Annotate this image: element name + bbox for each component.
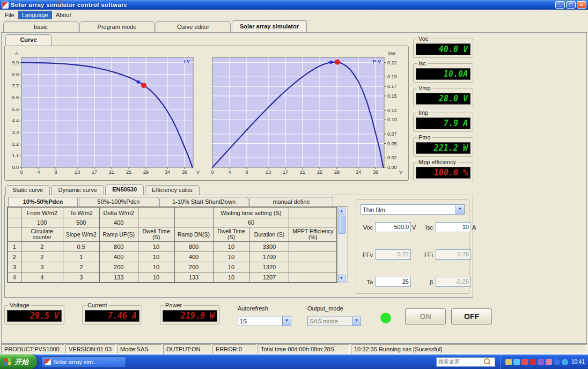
table-cell[interactable]: 2 <box>21 252 63 262</box>
menu-about[interactable]: About <box>52 11 75 19</box>
table-cell[interactable]: 10 <box>138 272 174 283</box>
table-cell[interactable]: 200 <box>174 262 213 272</box>
tray-icon[interactable] <box>505 359 512 365</box>
col-dwell-2: Dwell Time (S) <box>213 227 249 242</box>
chevron-down-icon[interactable]: ▼ <box>455 205 464 214</box>
start-button-label: 开始 <box>14 357 28 367</box>
svg-text:25: 25 <box>126 169 131 175</box>
tab-curve-editor[interactable]: Curve editor <box>156 21 231 32</box>
voc-groupbox: Voc 40.0 V <box>413 39 473 58</box>
voltage-display: 29.5 V <box>7 310 62 322</box>
svg-text:0.15: 0.15 <box>387 93 397 99</box>
table-row: 22140010400101700 <box>8 252 337 262</box>
table-cell[interactable]: 2 <box>63 262 99 272</box>
output-status-indicator <box>380 313 391 323</box>
table-cell[interactable]: 10 <box>138 262 174 272</box>
table-cell[interactable]: 133 <box>99 272 138 283</box>
autorefresh-select[interactable]: 1S ▼ <box>238 316 291 326</box>
param-voc-input[interactable]: 500.0 <box>376 222 411 232</box>
table-cell[interactable]: 1320 <box>249 262 289 272</box>
table-cell[interactable]: 10 <box>213 262 249 272</box>
close-button[interactable]: × <box>577 1 586 9</box>
param-isc-input[interactable]: 10 <box>436 222 471 232</box>
tab-1-10-start-shuntdown[interactable]: 1-10% Start ShuntDown <box>159 197 248 206</box>
start-button[interactable]: 开始 <box>0 355 37 369</box>
desktop-search-box[interactable] <box>436 357 495 367</box>
param-voc-unit: V <box>412 224 420 231</box>
value-waiting-time[interactable]: 60 <box>213 218 289 227</box>
menu-file[interactable]: File <box>1 11 18 19</box>
tray-icon[interactable] <box>513 359 520 365</box>
off-button[interactable]: OFF <box>451 308 492 324</box>
minimize-button[interactable]: _ <box>555 1 565 9</box>
table-cell[interactable]: 0.5 <box>63 242 99 252</box>
table-cell[interactable] <box>289 262 337 272</box>
table-cell[interactable]: 1700 <box>249 252 289 262</box>
value-delta[interactable]: 400 <box>99 218 138 227</box>
tab-efficiency-calcu[interactable]: Efficiency calcu <box>145 185 200 195</box>
tab-50-100-pdcn[interactable]: 50%-100%Pdcn <box>79 197 158 206</box>
pmo-groupbox: Pmo 221.2 W <box>413 137 473 157</box>
shield-tray-icon[interactable] <box>554 359 560 365</box>
taskbar-app-button[interactable]: Solar array sim... <box>41 356 126 368</box>
maximize-button[interactable]: □ <box>566 1 576 9</box>
table-cell[interactable]: 400 <box>174 252 213 262</box>
svg-text:0.0: 0.0 <box>12 165 19 170</box>
tab-curve[interactable]: Curve <box>5 34 52 46</box>
svg-text:0.07: 0.07 <box>387 131 397 137</box>
status-output: OUTPUT:ON <box>163 344 211 354</box>
table-cell[interactable]: 2 <box>21 242 63 252</box>
search-input[interactable] <box>437 359 484 365</box>
table-cell[interactable]: 1207 <box>249 272 289 283</box>
table-cell[interactable]: 800 <box>174 242 213 252</box>
table-cell[interactable]: 1 <box>63 252 99 262</box>
tray-icon[interactable] <box>538 359 544 365</box>
tab-static-curve[interactable]: Static curve <box>5 185 50 195</box>
shield-tray-icon[interactable] <box>562 359 568 365</box>
value-from[interactable]: 100 <box>21 218 63 227</box>
tray-icon[interactable] <box>521 359 528 365</box>
scroll-down-icon[interactable]: ▼ <box>338 275 346 282</box>
taskbar: 开始 Solar array sim... 10:41 <box>0 355 588 369</box>
scroll-up-icon[interactable]: ▲ <box>338 208 346 215</box>
table-cell[interactable] <box>289 252 337 262</box>
scrollbar-thumb[interactable] <box>338 216 346 234</box>
tab-solar-array-simulator[interactable]: Solar array simulator <box>232 20 307 32</box>
table-cell[interactable]: 10 <box>213 272 249 283</box>
module-params-panel: Thin film ▼ Voc 500.0 V Isc 10 A FFv <box>356 200 469 294</box>
svg-text:38: 38 <box>182 169 187 175</box>
search-icon[interactable] <box>484 358 491 365</box>
table-cell[interactable] <box>289 272 337 283</box>
table-scrollbar[interactable]: ▲ ▼ <box>337 207 346 283</box>
menu-language[interactable]: Language <box>18 11 52 19</box>
tray-icon[interactable] <box>546 359 552 365</box>
tray-icon[interactable] <box>530 359 536 365</box>
table-cell[interactable]: 10 <box>213 252 249 262</box>
tab-10-50-pdcn[interactable]: 10%-50%Pdcn <box>8 197 78 206</box>
table-cell[interactable]: 10 <box>138 242 174 252</box>
table-cell[interactable]: 4 <box>21 272 63 283</box>
svg-text:5.5: 5.5 <box>12 107 19 112</box>
table-cell[interactable]: 133 <box>174 272 213 283</box>
table-cell[interactable]: 3300 <box>249 242 289 252</box>
table-cell[interactable]: 3 <box>63 272 99 283</box>
windows-flag-icon <box>4 358 12 366</box>
tab-basic[interactable]: basic <box>3 21 78 32</box>
table-cell[interactable]: 200 <box>99 262 138 272</box>
table-cell[interactable]: 10 <box>213 242 249 252</box>
tab-en50530[interactable]: EN50530 <box>105 184 144 195</box>
vmp-label: Vmp <box>417 85 432 91</box>
table-cell[interactable] <box>289 242 337 252</box>
chevron-down-icon[interactable]: ▼ <box>282 316 291 326</box>
col-slope: Slope W/m2 <box>63 227 99 242</box>
param-ta-input[interactable]: 25 <box>376 277 411 287</box>
table-cell[interactable]: 10 <box>138 252 174 262</box>
tab-program-mode[interactable]: Program mode <box>79 21 155 32</box>
table-cell[interactable]: 3 <box>21 262 63 272</box>
table-cell[interactable]: 800 <box>99 242 138 252</box>
value-to[interactable]: 500 <box>63 218 99 227</box>
module-type-select[interactable]: Thin film ▼ <box>361 204 465 215</box>
tab-manual-define[interactable]: manual define <box>249 197 333 206</box>
table-cell[interactable]: 400 <box>99 252 138 262</box>
tab-dynamic-curve[interactable]: Dynamic curve <box>51 185 104 195</box>
